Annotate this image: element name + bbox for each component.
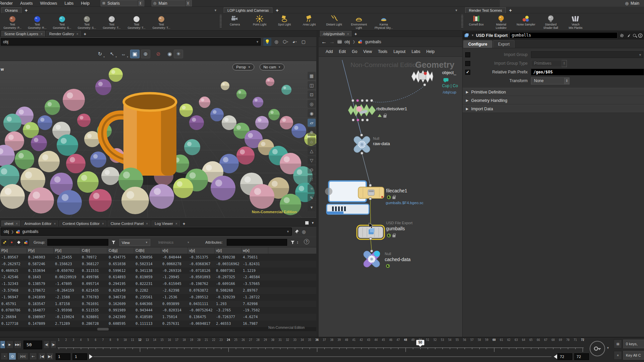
shelf-dropdown-icon[interactable]: ▼ bbox=[214, 9, 217, 12]
points-mode-icon[interactable] bbox=[1, 239, 8, 246]
network-menu-tools[interactable]: Tools bbox=[375, 48, 390, 55]
rawdata-node-label[interactable]: raw-data bbox=[373, 141, 390, 146]
shelf-tool-test-geometry-s-[interactable]: TestGeometry: S... bbox=[50, 14, 74, 29]
info-icon[interactable] bbox=[638, 33, 643, 38]
follow-target-icon[interactable]: ◎ bbox=[302, 229, 306, 234]
vertices-mode-icon[interactable] bbox=[8, 239, 15, 246]
select-spinner[interactable]: ▲▼ bbox=[565, 77, 570, 84]
filecache-file-link[interactable]: gumballs.$F4.bgeo.sc bbox=[386, 201, 424, 205]
breadcrumb-root[interactable]: obj bbox=[4, 229, 9, 234]
target-icon[interactable]: ◎ bbox=[272, 38, 280, 46]
tab-obj-gumballs[interactable]: /obj/gumballs× bbox=[320, 31, 352, 37]
pin-icon[interactable] bbox=[294, 229, 299, 234]
transform-select[interactable]: None bbox=[531, 77, 565, 84]
realtime-toggle-icon[interactable]: ◔ bbox=[1, 353, 8, 360]
viewport-side-icon-14[interactable]: ▾ bbox=[308, 203, 316, 211]
network-menu-labs[interactable]: Labs bbox=[409, 48, 423, 55]
playhead[interactable]: 50 bbox=[416, 340, 424, 345]
shelf-tool-noise-sampler[interactable]: Noise Sampler bbox=[514, 14, 538, 29]
network-menu-help[interactable]: Help bbox=[423, 48, 438, 55]
range-start-button[interactable]: |◀ bbox=[38, 353, 46, 360]
chevron-down-icon[interactable]: ▼ bbox=[311, 221, 314, 225]
display-settings-gear-icon[interactable]: ✳ bbox=[174, 50, 183, 58]
secure-selection-icon[interactable]: ⊕ bbox=[141, 50, 150, 58]
section-geometry-handling[interactable]: ▶Geometry Handling bbox=[463, 96, 644, 105]
shelf-tab-lop-lights[interactable]: LOP Lights and Cameras bbox=[224, 7, 272, 13]
path-input[interactable]: obj ▼ bbox=[1, 38, 261, 46]
import-group-type-select[interactable]: Primitives bbox=[531, 60, 562, 67]
scoped-channels-icon[interactable]: ≡ bbox=[614, 351, 622, 360]
forward-icon[interactable]: → bbox=[329, 39, 335, 45]
tab-export[interactable]: Export bbox=[493, 40, 515, 48]
node-name-input[interactable]: gumballs bbox=[509, 32, 618, 39]
network-canvas[interactable]: Non-Commercial Edition Geometry object_ … bbox=[319, 57, 462, 337]
shelf-tool-test-geometry-t-[interactable]: TestGeometry: T... bbox=[149, 14, 174, 29]
filter-funnel-icon[interactable] bbox=[290, 239, 295, 246]
range-end-button[interactable]: ▶| bbox=[46, 353, 54, 360]
chevron-down-icon[interactable]: ▼ bbox=[639, 53, 642, 57]
filecache-node-label[interactable]: filecache1 bbox=[386, 188, 407, 193]
shelf-tab-render-test-scenes[interactable]: Render Test Scenes bbox=[465, 7, 506, 13]
viewport-3d-scene[interactable]: w Persp▼ No cam▼ ▦◫⊡◎◉▱⊕⌂△▽⊙∷≈✎▾ Non-Com… bbox=[0, 61, 316, 218]
go-to-end-button[interactable]: ▶▶| bbox=[14, 341, 21, 349]
menubar-item-labs[interactable]: Labs bbox=[61, 0, 77, 6]
network-menu-layout[interactable]: Layout bbox=[390, 48, 409, 55]
shelf-tool-test-geometry-r-[interactable]: TestGeometry: R... bbox=[25, 14, 50, 29]
tab-render-gallery[interactable]: Render Gallery× bbox=[46, 31, 81, 37]
render-view-icon[interactable]: ◉ bbox=[165, 50, 174, 58]
close-icon[interactable]: × bbox=[175, 222, 177, 226]
close-icon[interactable]: × bbox=[54, 222, 56, 226]
close-icon[interactable]: × bbox=[102, 222, 104, 226]
breadcrumb-root[interactable]: obj bbox=[344, 40, 350, 44]
import-group-type-checkbox[interactable] bbox=[465, 61, 470, 66]
pane-divider[interactable] bbox=[316, 31, 319, 337]
shelf-add-tab-button[interactable]: + bbox=[272, 8, 282, 13]
filter-funnel-icon[interactable] bbox=[111, 239, 116, 246]
shelf-tool-test-geometry-p-[interactable]: TestGeometry: P... bbox=[0, 14, 25, 29]
close-icon[interactable]: × bbox=[347, 32, 349, 36]
back-icon[interactable]: ← bbox=[321, 39, 327, 45]
shelf-tool-camera[interactable]: Camera bbox=[222, 14, 247, 29]
global-start-field[interactable]: 1 bbox=[56, 353, 70, 360]
intrinsics-dropdown[interactable]: Intrinsics▼ bbox=[158, 239, 190, 246]
network-menu-add[interactable]: Add bbox=[323, 48, 336, 55]
viewport-side-icon-7[interactable]: ⌂ bbox=[308, 137, 316, 145]
viewport-side-icon-2[interactable]: ⊡ bbox=[308, 90, 316, 99]
geometry-menu-icon[interactable]: ⬡▾ bbox=[281, 38, 289, 46]
chevron-down-icon[interactable]: ▼ bbox=[286, 230, 289, 233]
sheet-tab-animation-editor[interactable]: Animation Editor× bbox=[21, 221, 58, 226]
viewport-side-icon-11[interactable]: ∷ bbox=[308, 175, 316, 183]
range-end-field[interactable]: 72 bbox=[557, 353, 572, 360]
relative-path-input[interactable]: /geo/$OS bbox=[531, 69, 644, 75]
usd-node-label[interactable]: gumballs bbox=[386, 226, 405, 231]
shelf-tool-test-geometry-s-[interactable]: TestGeometry: S... bbox=[74, 14, 99, 29]
play-button[interactable]: ▶ bbox=[6, 341, 13, 349]
play-reverse-button[interactable]: ◀ bbox=[0, 341, 5, 349]
global-end-field[interactable]: 72 bbox=[574, 353, 589, 360]
section-primitive-definition[interactable]: ▶Primitive Definition bbox=[463, 88, 644, 96]
shelf-tool-cornell-box[interactable]: Cornell Box bbox=[464, 14, 489, 29]
viewport-side-icon-3[interactable]: ◎ bbox=[308, 100, 316, 108]
close-icon[interactable]: × bbox=[76, 32, 78, 36]
solver-node-label[interactable]: rbdbulletsolver1 bbox=[376, 106, 407, 111]
sheet-tab-clone-control-panel[interactable]: Clone Control Panel× bbox=[108, 221, 150, 226]
group-input[interactable] bbox=[47, 239, 108, 246]
chevron-down-icon[interactable]: ▼ bbox=[471, 34, 474, 37]
network-menu-edit[interactable]: Edit bbox=[336, 48, 349, 55]
shelf-tool-material-lookdev[interactable]: MaterialLookdev bbox=[489, 14, 514, 29]
menubar-item-render[interactable]: Render bbox=[0, 0, 16, 6]
menubar-item-help[interactable]: Help bbox=[77, 0, 93, 6]
current-frame-field[interactable]: 50 bbox=[23, 341, 42, 349]
range-slider-right-handle[interactable] bbox=[551, 354, 557, 359]
viewport-side-icon-1[interactable]: ◫ bbox=[308, 81, 316, 89]
import-group-checkbox[interactable] bbox=[465, 52, 470, 57]
move-tool-icon[interactable]: ⇔▾ bbox=[119, 50, 128, 58]
detail-mode-icon[interactable] bbox=[22, 239, 29, 246]
gear-icon[interactable] bbox=[620, 33, 624, 38]
relative-path-checkbox[interactable]: ✓ bbox=[465, 70, 470, 75]
breadcrumb-node[interactable]: gumballs bbox=[365, 40, 381, 44]
viewport-side-icon-5[interactable]: ▱ bbox=[308, 119, 316, 127]
no-cam-button[interactable]: No cam▼ bbox=[260, 64, 284, 70]
breadcrumb-node[interactable]: gumballs bbox=[22, 229, 38, 234]
attributes-input[interactable] bbox=[227, 239, 287, 246]
